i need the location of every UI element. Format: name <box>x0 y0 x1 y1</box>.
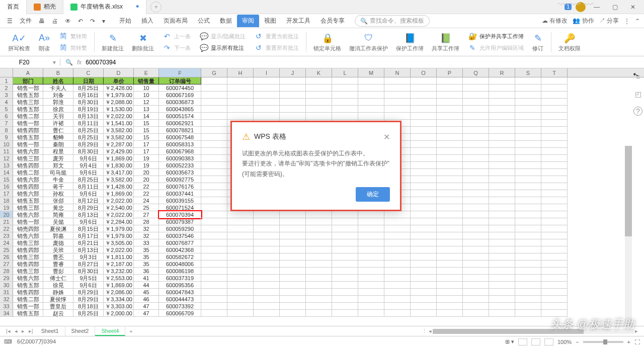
cell[interactable] <box>280 99 306 106</box>
row-header[interactable]: 28 <box>0 268 13 275</box>
cell[interactable] <box>201 127 227 134</box>
cell[interactable] <box>411 120 437 127</box>
cell[interactable] <box>201 162 227 169</box>
cell[interactable] <box>201 268 227 275</box>
cell[interactable] <box>358 261 384 268</box>
cell[interactable] <box>306 77 332 84</box>
cell[interactable] <box>463 99 489 106</box>
cell[interactable] <box>437 84 463 92</box>
cell[interactable] <box>489 303 515 310</box>
cell[interactable]: 许褚 <box>43 120 73 127</box>
cell[interactable] <box>411 282 437 289</box>
cell[interactable] <box>384 289 411 296</box>
cell[interactable] <box>463 120 489 127</box>
cell[interactable] <box>463 289 489 296</box>
cell[interactable]: 600043865 <box>159 106 201 113</box>
cell[interactable]: 15 <box>134 134 159 141</box>
cell[interactable]: 600067548 <box>159 134 201 141</box>
cell[interactable] <box>332 84 358 92</box>
cell[interactable] <box>201 183 227 190</box>
cell[interactable] <box>201 303 227 310</box>
cell[interactable] <box>463 92 489 99</box>
cell[interactable] <box>489 289 515 296</box>
cell[interactable] <box>384 113 411 120</box>
cell[interactable] <box>411 183 437 190</box>
cell[interactable] <box>254 296 280 303</box>
cell[interactable] <box>437 148 463 155</box>
cell[interactable]: ￥2,022.00 <box>104 113 134 120</box>
cell[interactable] <box>541 296 568 303</box>
cell[interactable] <box>384 268 411 275</box>
cell[interactable] <box>201 225 227 232</box>
cell[interactable]: 600035673 <box>159 169 201 176</box>
cell[interactable] <box>411 303 437 310</box>
cell[interactable] <box>437 204 463 211</box>
cell[interactable]: ￥2,428.00 <box>104 84 134 92</box>
cell[interactable]: 46 <box>134 296 159 303</box>
cell[interactable] <box>254 77 280 84</box>
cell[interactable] <box>411 141 437 148</box>
cell[interactable] <box>332 253 358 261</box>
cell[interactable] <box>306 84 332 92</box>
cell[interactable] <box>201 296 227 303</box>
cell[interactable] <box>201 218 227 225</box>
view-break-button[interactable] <box>544 338 553 345</box>
cell[interactable] <box>227 289 254 296</box>
cell[interactable]: 赵云 <box>43 310 73 317</box>
cell[interactable]: 600039155 <box>159 197 201 204</box>
cell[interactable]: 600066709 <box>159 310 201 317</box>
cell[interactable] <box>437 169 463 176</box>
cell[interactable] <box>515 120 541 127</box>
cell[interactable] <box>411 77 437 84</box>
cell[interactable] <box>463 310 489 317</box>
cell[interactable] <box>358 211 384 218</box>
cell[interactable] <box>280 261 306 268</box>
zoom-slider[interactable] <box>583 341 623 343</box>
cell[interactable]: 销售四部 <box>13 127 43 134</box>
cell[interactable]: 销售三部 <box>13 253 43 261</box>
cell[interactable] <box>280 92 306 99</box>
cell[interactable] <box>489 261 515 268</box>
cell[interactable] <box>437 197 463 204</box>
cell[interactable] <box>280 232 306 239</box>
cell[interactable]: 8月11日 <box>73 120 104 127</box>
row-header[interactable]: 12 <box>0 155 13 162</box>
cell[interactable] <box>358 246 384 253</box>
cell[interactable] <box>515 296 541 303</box>
cell[interactable] <box>489 141 515 148</box>
cell[interactable]: ￥1,869.00 <box>104 190 134 197</box>
cell[interactable] <box>280 253 306 261</box>
cell[interactable] <box>201 141 227 148</box>
cell[interactable]: 销売四部 <box>13 225 43 232</box>
cell[interactable]: 8月13日 <box>73 246 104 253</box>
cell[interactable] <box>227 77 254 84</box>
cell[interactable] <box>358 296 384 303</box>
cell[interactable] <box>411 268 437 275</box>
cell[interactable]: 600042368 <box>159 246 201 253</box>
cell[interactable]: 33 <box>134 239 159 246</box>
tab-home[interactable]: 首页 <box>0 0 27 14</box>
cell[interactable] <box>358 106 384 113</box>
cell[interactable] <box>489 99 515 106</box>
cell[interactable] <box>201 99 227 106</box>
tab-file[interactable]: 年度销售表.xlsx • <box>63 0 146 14</box>
row-header[interactable]: 26 <box>0 253 13 261</box>
cell[interactable] <box>515 141 541 148</box>
cell[interactable]: ￥2,284.00 <box>104 218 134 225</box>
cell[interactable]: ￥1,428.00 <box>104 183 134 190</box>
cell[interactable] <box>201 282 227 289</box>
dialog-ok-button[interactable]: 确定 <box>356 187 390 202</box>
cell[interactable]: 600051574 <box>159 113 201 120</box>
cell[interactable] <box>254 310 280 317</box>
row-header[interactable]: 3 <box>0 92 13 99</box>
cell[interactable] <box>358 92 384 99</box>
cell[interactable] <box>227 246 254 253</box>
row-header[interactable]: 13 <box>0 162 13 169</box>
cell[interactable] <box>201 92 227 99</box>
cell[interactable] <box>541 211 568 218</box>
view-layout-button[interactable] <box>531 338 540 345</box>
cell[interactable]: 8月16日 <box>73 92 104 99</box>
cell[interactable] <box>541 225 568 232</box>
cell[interactable]: 静姝 <box>43 289 73 296</box>
row-header[interactable]: 32 <box>0 296 13 303</box>
